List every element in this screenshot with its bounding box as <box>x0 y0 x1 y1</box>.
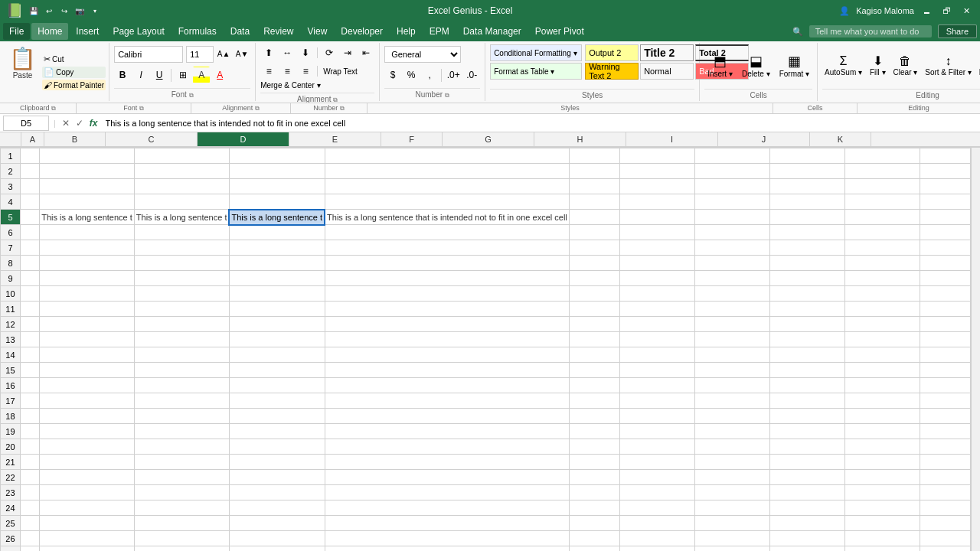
cell-g2[interactable] <box>619 164 694 179</box>
cell-d11[interactable] <box>229 302 325 317</box>
cell-h16[interactable] <box>694 378 769 393</box>
cell-j10[interactable] <box>845 286 920 302</box>
cell-b19[interactable] <box>40 424 135 439</box>
format-button[interactable]: ▦ Format ▾ <box>776 51 812 80</box>
cell-b27[interactable] <box>40 546 135 552</box>
cell-a6[interactable] <box>20 225 39 240</box>
cell-g15[interactable] <box>619 363 694 378</box>
cell-e23[interactable] <box>325 485 569 500</box>
cell-b6[interactable] <box>40 225 135 240</box>
cell-a9[interactable] <box>20 271 39 286</box>
cell-d22[interactable] <box>229 470 325 485</box>
cell-j25[interactable] <box>845 516 920 531</box>
close-button[interactable]: ✕ <box>960 4 974 18</box>
fill-button[interactable]: ⬇ Fill ▾ <box>867 52 888 78</box>
cell-b10[interactable] <box>40 286 135 302</box>
cell-f1[interactable] <box>569 148 619 164</box>
cell-d27[interactable] <box>229 546 325 552</box>
cell-h9[interactable] <box>694 271 769 286</box>
cell-g18[interactable] <box>619 409 694 424</box>
cell-f18[interactable] <box>569 409 619 424</box>
cell-f16[interactable] <box>569 378 619 393</box>
italic-button[interactable]: I <box>132 67 149 83</box>
cell-g21[interactable] <box>619 455 694 470</box>
cell-h13[interactable] <box>694 332 769 347</box>
cell-a26[interactable] <box>20 531 39 546</box>
comma-button[interactable]: , <box>421 67 438 83</box>
cell-h10[interactable] <box>694 286 769 302</box>
cell-g10[interactable] <box>619 286 694 302</box>
indent-increase-button[interactable]: ⇥ <box>339 44 356 61</box>
cell-h26[interactable] <box>694 531 769 546</box>
cell-c7[interactable] <box>134 240 229 256</box>
cell-i19[interactable] <box>769 424 844 439</box>
cell-b21[interactable] <box>40 455 135 470</box>
menu-page-layout[interactable]: Page Layout <box>106 23 170 40</box>
cell-i18[interactable] <box>769 409 844 424</box>
cell-c11[interactable] <box>134 302 229 317</box>
cell-i2[interactable] <box>769 164 844 179</box>
cell-f17[interactable] <box>569 393 619 409</box>
cell-g23[interactable] <box>619 485 694 500</box>
cell-d14[interactable] <box>229 347 325 363</box>
percent-button[interactable]: % <box>403 67 420 83</box>
cell-e1[interactable] <box>325 148 569 164</box>
cell-i26[interactable] <box>769 531 844 546</box>
sort-filter-button[interactable]: ↕ Sort & Filter ▾ <box>923 53 974 78</box>
cell-e21[interactable] <box>325 455 569 470</box>
cell-d5[interactable]: This is a long sentence t <box>229 210 325 225</box>
cell-a20[interactable] <box>20 439 39 455</box>
cell-a13[interactable] <box>20 332 39 347</box>
cell-k21[interactable] <box>920 455 971 470</box>
menu-review[interactable]: Review <box>257 23 299 40</box>
cell-g6[interactable] <box>619 225 694 240</box>
format-painter-button[interactable]: 🖌 Format Painter <box>42 80 106 90</box>
cell-k26[interactable] <box>920 531 971 546</box>
cell-j11[interactable] <box>845 302 920 317</box>
cell-c10[interactable] <box>134 286 229 302</box>
cell-e8[interactable] <box>325 256 569 271</box>
cell-a23[interactable] <box>20 485 39 500</box>
cell-i27[interactable] <box>769 546 844 552</box>
cell-a5[interactable] <box>20 210 39 225</box>
cell-e12[interactable] <box>325 317 569 332</box>
cell-b20[interactable] <box>40 439 135 455</box>
cell-f14[interactable] <box>569 347 619 363</box>
cell-e13[interactable] <box>325 332 569 347</box>
cell-g16[interactable] <box>619 378 694 393</box>
cell-k10[interactable] <box>920 286 971 302</box>
align-center-button[interactable]: ≡ <box>279 63 296 80</box>
formula-confirm-button[interactable]: ✓ <box>74 118 85 129</box>
col-header-g[interactable]: G <box>443 132 534 146</box>
cell-d18[interactable] <box>229 409 325 424</box>
cell-d12[interactable] <box>229 317 325 332</box>
delete-button[interactable]: ⬓ Delete ▾ <box>739 51 773 80</box>
cell-c13[interactable] <box>134 332 229 347</box>
cell-a4[interactable] <box>20 194 39 210</box>
cell-k27[interactable] <box>920 546 971 552</box>
cell-h23[interactable] <box>694 485 769 500</box>
cell-e15[interactable] <box>325 363 569 378</box>
cell-i24[interactable] <box>769 500 844 516</box>
cell-j18[interactable] <box>845 409 920 424</box>
cell-f10[interactable] <box>569 286 619 302</box>
cell-g4[interactable] <box>619 194 694 210</box>
cell-d6[interactable] <box>229 225 325 240</box>
cell-i22[interactable] <box>769 470 844 485</box>
cell-k15[interactable] <box>920 363 971 378</box>
cell-a21[interactable] <box>20 455 39 470</box>
cell-k4[interactable] <box>920 194 971 210</box>
cell-e14[interactable] <box>325 347 569 363</box>
cell-h3[interactable] <box>694 179 769 194</box>
cell-c9[interactable] <box>134 271 229 286</box>
col-header-c[interactable]: C <box>106 132 198 146</box>
cell-k9[interactable] <box>920 271 971 286</box>
cell-a8[interactable] <box>20 256 39 271</box>
cell-d3[interactable] <box>229 179 325 194</box>
cell-h15[interactable] <box>694 363 769 378</box>
col-header-a[interactable]: A <box>21 132 44 146</box>
screenshot-icon[interactable]: 📷 <box>74 5 86 17</box>
cell-i25[interactable] <box>769 516 844 531</box>
cell-j1[interactable] <box>845 148 920 164</box>
copy-button[interactable]: 📄 Copy <box>42 67 106 78</box>
